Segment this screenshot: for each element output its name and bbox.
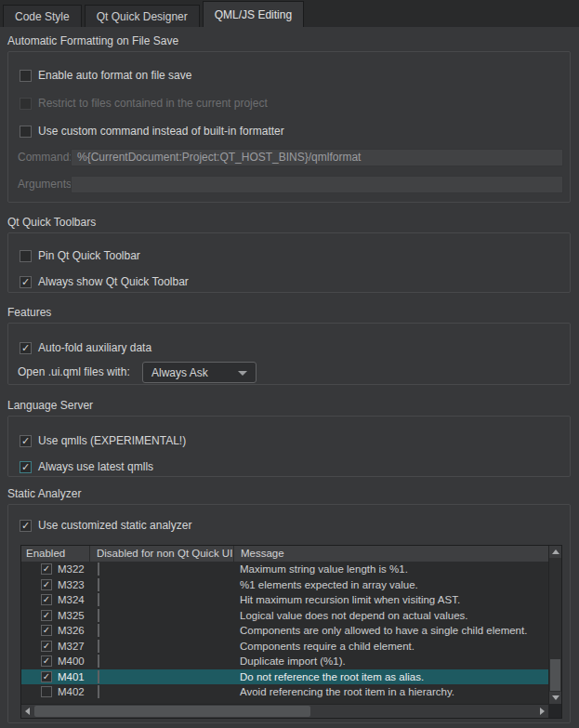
rule-id: M325 — [58, 610, 85, 621]
table-row[interactable]: M326Components are only allowed to have … — [21, 623, 548, 639]
table-row[interactable]: M325Logical value does not depend on act… — [21, 608, 548, 624]
checkbox-auto-fold[interactable]: Auto-fold auxiliary data — [20, 341, 151, 354]
analyzer-rules-table: Enabled Disabled for non Qt Quick UI Mes… — [20, 545, 562, 719]
rule-id: M326 — [58, 625, 85, 636]
table-row[interactable]: M327Components require a child element. — [21, 639, 548, 655]
group-qt-quick-toolbars: Qt Quick Toolbars Pin Qt Quick Toolbar A… — [7, 217, 571, 229]
open-uiqml-combobox[interactable]: Always Ask — [142, 362, 257, 383]
enabled-checkbox[interactable] — [41, 655, 52, 667]
arrow-left-icon — [25, 708, 30, 715]
tab-qt-quick-designer[interactable]: Qt Quick Designer — [85, 5, 200, 27]
rule-message: Hit maximum recursion limit when visitin… — [233, 594, 548, 605]
checkbox-icon[interactable] — [20, 250, 32, 262]
checkbox-icon[interactable] — [20, 520, 32, 532]
scroll-down-button[interactable] — [549, 692, 561, 704]
disabled-for-non-qtquick-checkbox[interactable] — [98, 578, 99, 591]
settings-content: Automatic Formatting on File Save Enable… — [0, 27, 579, 728]
disabled-for-non-qtquick-checkbox[interactable] — [98, 685, 99, 698]
enabled-checkbox[interactable] — [41, 625, 52, 636]
group-title: Language Server — [7, 400, 571, 412]
table-row[interactable]: M323%1 elements expected in array value. — [21, 577, 548, 593]
rule-id: M401 — [58, 671, 85, 682]
disabled-for-non-qtquick-checkbox[interactable] — [98, 593, 99, 606]
checkbox-icon[interactable] — [20, 276, 32, 288]
checkbox-label: Pin Qt Quick Toolbar — [38, 249, 140, 262]
column-header-message[interactable]: Message — [233, 546, 561, 562]
disabled-for-non-qtquick-checkbox[interactable] — [98, 609, 99, 622]
table-row[interactable]: M400Duplicate import (%1). — [21, 654, 548, 669]
rule-id: M402 — [58, 686, 85, 697]
rule-message: Maximum string value length is %1. — [233, 563, 548, 575]
command-label: Command: — [18, 149, 72, 166]
disabled-for-non-qtquick-checkbox[interactable] — [98, 624, 99, 637]
rule-message: Components are only allowed to have a si… — [233, 625, 548, 636]
group-title: Features — [7, 307, 571, 319]
scroll-right-button[interactable] — [536, 706, 548, 717]
checkbox-label: Use qmlls (EXPERIMENTAL!) — [38, 434, 186, 447]
vertical-scrollbar[interactable] — [548, 546, 561, 704]
column-header-enabled[interactable]: Enabled — [21, 546, 89, 562]
checkbox-icon[interactable] — [20, 461, 32, 473]
checkbox-use-qmlls[interactable]: Use qmlls (EXPERIMENTAL!) — [20, 434, 186, 447]
table-row[interactable]: M402Avoid referencing the root item in a… — [21, 684, 548, 700]
disabled-for-non-qtquick-checkbox[interactable] — [98, 563, 99, 576]
enabled-checkbox[interactable] — [41, 579, 52, 590]
analyzer-table-body: M322Maximum string value length is %1.M3… — [21, 562, 548, 704]
horizontal-scrollbar[interactable] — [21, 704, 548, 718]
disabled-for-non-qtquick-checkbox[interactable] — [98, 655, 99, 668]
enabled-checkbox[interactable] — [41, 671, 52, 682]
checkbox-icon[interactable] — [20, 126, 32, 138]
checkbox-label: Always use latest qmlls — [38, 460, 153, 473]
enabled-checkbox[interactable] — [41, 610, 52, 621]
group-title: Automatic Formatting on File Save — [7, 35, 571, 47]
group-frame: Enable auto format on file save Restrict… — [7, 51, 571, 203]
enabled-checkbox[interactable] — [41, 686, 52, 697]
checkbox-icon[interactable] — [20, 70, 32, 82]
enabled-checkbox[interactable] — [41, 563, 52, 575]
rule-message: Components require a child element. — [233, 641, 548, 652]
rule-message: Duplicate import (%1). — [233, 655, 548, 667]
checkbox-latest-qmlls[interactable]: Always use latest qmlls — [20, 460, 153, 473]
checkbox-icon[interactable] — [20, 342, 32, 354]
tab-bar: Code Style Qt Quick Designer QML/JS Edit… — [0, 0, 579, 27]
tab-qml-js-editing[interactable]: QML/JS Editing — [203, 1, 304, 27]
checkbox-label: Enable auto format on file save — [38, 69, 191, 82]
disabled-for-non-qtquick-checkbox[interactable] — [98, 670, 99, 683]
rule-message: %1 elements expected in array value. — [233, 579, 548, 590]
rule-id: M400 — [58, 655, 85, 667]
scroll-left-button[interactable] — [21, 706, 33, 717]
group-title: Static Analyzer — [7, 488, 571, 500]
rule-id: M324 — [58, 594, 85, 605]
group-features: Features Auto-fold auxiliary data Open .… — [7, 307, 571, 319]
checkbox-icon — [20, 98, 32, 110]
arrow-down-icon — [552, 695, 559, 700]
checkbox-icon[interactable] — [20, 435, 32, 447]
checkbox-use-custom-command[interactable]: Use custom command instead of built-in f… — [20, 125, 284, 138]
checkbox-always-show-toolbar[interactable]: Always show Qt Quick Toolbar — [20, 275, 189, 288]
table-row[interactable]: M401Do not reference the root item as al… — [21, 669, 548, 685]
arguments-label: Arguments: — [18, 176, 74, 193]
table-row[interactable]: M322Maximum string value length is %1. — [21, 562, 548, 577]
vertical-scrollbar-thumb[interactable] — [550, 659, 560, 691]
checkbox-enable-auto-format[interactable]: Enable auto format on file save — [20, 69, 191, 82]
horizontal-scrollbar-thumb[interactable] — [34, 706, 310, 717]
qmljs-editing-settings-pane: Code Style Qt Quick Designer QML/JS Edit… — [0, 0, 579, 728]
checkbox-label: Always show Qt Quick Toolbar — [38, 275, 189, 288]
group-static-analyzer: Static Analyzer Use customized static an… — [7, 488, 571, 500]
rule-id: M327 — [58, 641, 85, 652]
disabled-for-non-qtquick-checkbox[interactable] — [98, 640, 99, 653]
checkbox-use-custom-analyzer[interactable]: Use customized static analyzer — [20, 519, 191, 532]
group-language-server: Language Server Use qmlls (EXPERIMENTAL!… — [7, 400, 571, 412]
rule-message: Do not reference the root item as alias. — [233, 671, 548, 682]
enabled-checkbox[interactable] — [41, 594, 52, 605]
scroll-up-button[interactable] — [549, 546, 561, 558]
enabled-checkbox[interactable] — [41, 641, 52, 652]
table-header: Enabled Disabled for non Qt Quick UI Mes… — [21, 546, 561, 562]
table-row[interactable]: M324Hit maximum recursion limit when vis… — [21, 592, 548, 608]
combobox-value: Always Ask — [151, 366, 208, 379]
column-header-disabled-non-qtquick[interactable]: Disabled for non Qt Quick UI — [89, 546, 233, 562]
arrow-up-icon — [552, 549, 559, 554]
tab-code-style[interactable]: Code Style — [3, 5, 82, 27]
checkbox-restrict-current-project: Restrict to files contained in the curre… — [20, 97, 268, 110]
checkbox-pin-toolbar[interactable]: Pin Qt Quick Toolbar — [20, 249, 140, 262]
